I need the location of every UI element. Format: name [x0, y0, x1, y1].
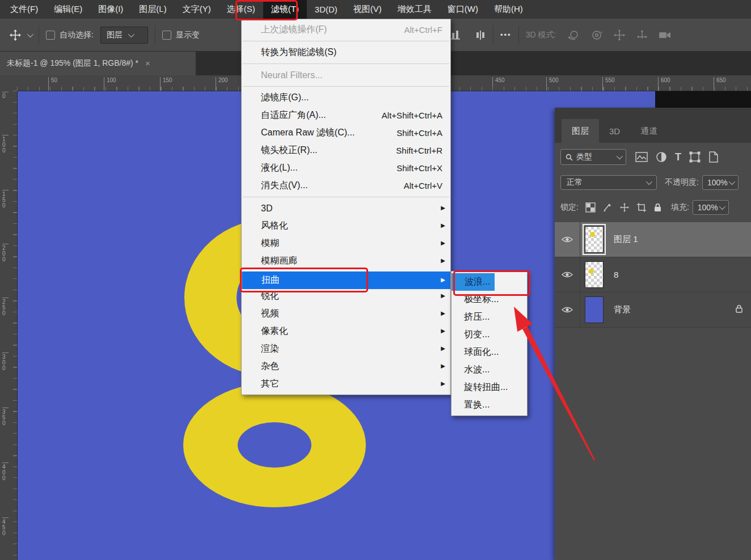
show-transform-label: 显示变: [176, 30, 200, 40]
background-lock-icon: [735, 304, 743, 315]
tab-3d[interactable]: 3D: [599, 119, 630, 143]
layers-panel: 图层 3D 通道 类型 T: [555, 108, 751, 560]
distribute-icon[interactable]: [475, 29, 486, 41]
filter-adjustment-layers-icon[interactable]: [656, 151, 667, 163]
menu-type[interactable]: 文字(Y): [175, 0, 219, 19]
layer-filter-row: 类型 T: [560, 149, 748, 166]
visibility-eye-icon[interactable]: [555, 292, 580, 327]
document-tab[interactable]: 未标题-1 @ 195% (图层 1, RGB/8#) * ×: [0, 51, 196, 75]
3d-pan-icon[interactable]: [613, 29, 626, 41]
filter-type-layers-icon[interactable]: T: [675, 151, 681, 163]
menu-filter[interactable]: 滤镜(T): [263, 0, 307, 19]
auto-select-checkbox[interactable]: [46, 31, 55, 40]
shortcut: Shift+Ctrl+R: [396, 146, 442, 155]
menu-layer[interactable]: 图层(L): [131, 0, 174, 19]
filter-shape-layers-icon[interactable]: [689, 151, 701, 163]
submenu-item-pinch[interactable]: 挤压...: [452, 308, 527, 326]
menu-item-video[interactable]: 视频 ▶: [242, 305, 450, 323]
menu-window[interactable]: 窗口(W): [440, 0, 486, 19]
shortcut: Alt+Shift+Ctrl+A: [382, 111, 442, 120]
auto-select-target-dropdown[interactable]: 图层: [100, 27, 148, 44]
submenu-item-zigzag[interactable]: 水波...: [452, 361, 527, 379]
layer-name[interactable]: 8: [614, 270, 618, 279]
menu-3d[interactable]: 3D(D): [307, 1, 345, 18]
chevron-down-icon: [646, 179, 652, 185]
menu-select[interactable]: 选择(S): [219, 0, 263, 19]
layer-name[interactable]: 背景: [614, 304, 631, 315]
filter-pixel-layers-icon[interactable]: [635, 152, 648, 162]
layer-name[interactable]: 图层 1: [614, 234, 638, 245]
submenu-item-twirl[interactable]: 旋转扭曲...: [452, 379, 527, 396]
menu-item-pixelate[interactable]: 像素化 ▶: [242, 323, 450, 340]
3d-slide-icon[interactable]: [635, 29, 649, 41]
close-tab-icon[interactable]: ×: [145, 58, 150, 68]
layer-row-layer1[interactable]: 图层 1: [555, 222, 751, 257]
submenu-item-spherize[interactable]: 球面化...: [452, 343, 527, 361]
menu-item-noise[interactable]: 杂色 ▶: [242, 358, 450, 375]
fill-field[interactable]: 100%: [693, 200, 729, 215]
divider: [39, 26, 39, 45]
menu-item-render[interactable]: 渲染 ▶: [242, 340, 450, 358]
visibility-eye-icon[interactable]: [555, 257, 580, 292]
menu-item-sharpen[interactable]: 锐化 ▶: [242, 287, 450, 305]
tab-channels[interactable]: 通道: [630, 119, 668, 143]
lock-image-pixels-icon[interactable]: [602, 202, 613, 213]
opacity-field[interactable]: 100%: [702, 175, 739, 190]
menu-image[interactable]: 图像(I): [90, 0, 131, 19]
menu-item-stylize[interactable]: 风格化 ▶: [242, 217, 450, 235]
3d-roll-icon[interactable]: [590, 29, 604, 41]
3d-camera-icon[interactable]: [658, 29, 673, 41]
visibility-eye-icon[interactable]: [555, 222, 580, 257]
menu-item-lens-correction[interactable]: 镜头校正(R)... Shift+Ctrl+R: [242, 142, 450, 159]
menu-item-neural-filters[interactable]: Neural Filters...: [242, 66, 450, 84]
menu-item-blur[interactable]: 模糊 ▶: [242, 235, 450, 252]
move-tool-icon[interactable]: [9, 29, 22, 41]
shortcut: Shift+Ctrl+X: [396, 163, 442, 173]
lock-position-icon[interactable]: [619, 202, 630, 213]
menu-file[interactable]: 文件(F): [2, 0, 46, 19]
search-icon: [566, 154, 573, 161]
menu-item-vanishing-point[interactable]: 消失点(V)... Alt+Ctrl+V: [242, 177, 450, 194]
layer-row-background[interactable]: 背景: [555, 292, 751, 328]
lock-all-icon[interactable]: [653, 203, 662, 212]
more-options-button[interactable]: •••: [500, 31, 512, 39]
tab-layers[interactable]: 图层: [562, 119, 599, 143]
document-title: 未标题-1 @ 195% (图层 1, RGB/8#) *: [7, 58, 138, 69]
filter-smart-objects-icon[interactable]: [708, 151, 719, 163]
menu-help[interactable]: 帮助(H): [486, 0, 531, 19]
align-bottom-icon[interactable]: [450, 29, 462, 41]
menu-item-camera-raw[interactable]: Camera Raw 滤镜(C)... Shift+Ctrl+A: [242, 124, 450, 142]
menu-separator: [243, 41, 449, 41]
submenu-item-wave[interactable]: 波浪...: [452, 273, 495, 291]
menu-item-liquify[interactable]: 液化(L)... Shift+Ctrl+X: [242, 159, 450, 177]
vertical-ruler[interactable]: 0 100 150 200 250 300 350 400 450: [0, 91, 18, 560]
ruler-origin-corner[interactable]: [0, 75, 18, 91]
submenu-item-displace[interactable]: 置换...: [452, 396, 527, 414]
3d-orbit-icon[interactable]: [566, 29, 581, 41]
blend-mode-dropdown[interactable]: 正常: [560, 175, 657, 190]
filter-type-dropdown[interactable]: 类型: [560, 149, 626, 165]
menu-view[interactable]: 视图(V): [345, 0, 390, 19]
menu-item-convert-smart-filters[interactable]: 转换为智能滤镜(S): [242, 44, 450, 61]
layer-thumbnail[interactable]: [585, 261, 604, 288]
menu-separator: [243, 86, 449, 87]
submenu-item-polar-coordinates[interactable]: 极坐标...: [452, 291, 527, 308]
menu-edit[interactable]: 编辑(E): [46, 0, 90, 19]
lock-transparent-pixels-icon[interactable]: [585, 202, 596, 213]
layer-row-8[interactable]: 8: [555, 257, 751, 292]
submenu-item-shear[interactable]: 切变...: [452, 326, 527, 343]
submenu-arrow-icon: ▶: [441, 257, 445, 264]
menu-item-3d[interactable]: 3D ▶: [242, 200, 450, 217]
menu-item-distort[interactable]: 扭曲 ▶: [242, 271, 450, 289]
menu-item-blur-gallery[interactable]: 模糊画廊 ▶: [242, 252, 450, 270]
tool-preset-chevron-icon[interactable]: [27, 31, 33, 37]
layer-thumbnail[interactable]: [585, 226, 604, 253]
menu-item-filter-gallery[interactable]: 滤镜库(G)...: [242, 89, 450, 107]
show-transform-checkbox[interactable]: [162, 31, 171, 40]
menu-plugins[interactable]: 增效工具: [390, 0, 440, 19]
lock-artboard-icon[interactable]: [636, 202, 647, 213]
layer-thumbnail[interactable]: [585, 296, 604, 323]
menu-item-adaptive-wide-angle[interactable]: 自适应广角(A)... Alt+Shift+Ctrl+A: [242, 107, 450, 124]
menu-separator: [243, 63, 449, 64]
menu-item-other[interactable]: 其它 ▶: [242, 375, 450, 393]
